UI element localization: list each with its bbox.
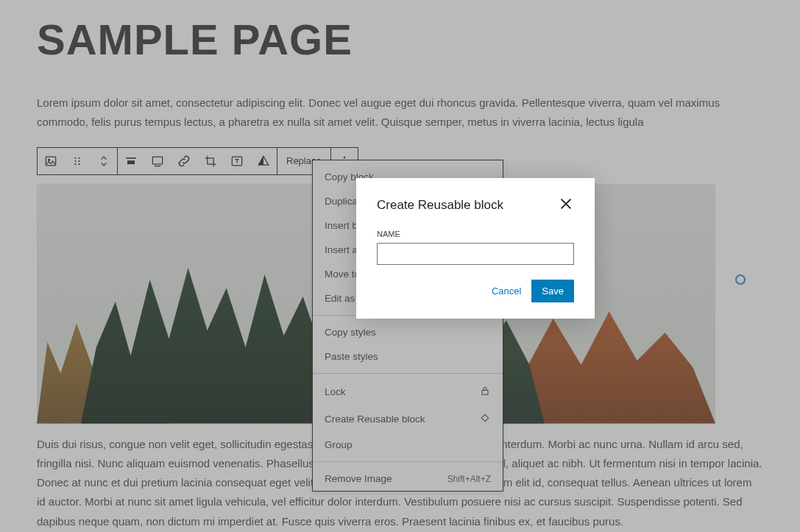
cancel-button[interactable]: Cancel [492, 285, 521, 297]
name-field-label: NAME [377, 230, 574, 238]
close-icon[interactable] [558, 196, 574, 215]
create-reusable-modal: Create Reusable block NAME Cancel Save [356, 178, 595, 319]
name-field[interactable] [377, 243, 574, 265]
modal-title: Create Reusable block [377, 198, 503, 213]
save-button[interactable]: Save [531, 280, 574, 302]
